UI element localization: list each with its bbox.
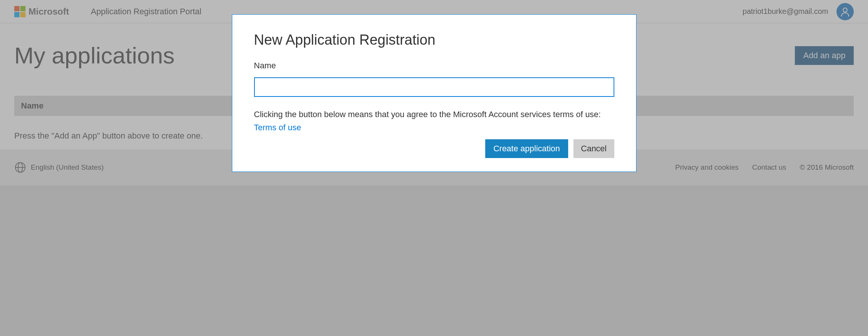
new-app-modal: New Application Registration Name Clicki… xyxy=(232,14,636,172)
cancel-button[interactable]: Cancel xyxy=(573,139,614,158)
terms-of-use-link[interactable]: Terms of use xyxy=(254,123,301,133)
consent-text: Clicking the button below means that you… xyxy=(254,109,614,121)
modal-title: New Application Registration xyxy=(254,32,614,48)
modal-overlay[interactable]: New Application Registration Name Clicki… xyxy=(0,0,868,336)
create-application-button[interactable]: Create application xyxy=(485,139,568,158)
app-name-input[interactable] xyxy=(254,77,614,97)
name-field-label: Name xyxy=(254,61,614,71)
